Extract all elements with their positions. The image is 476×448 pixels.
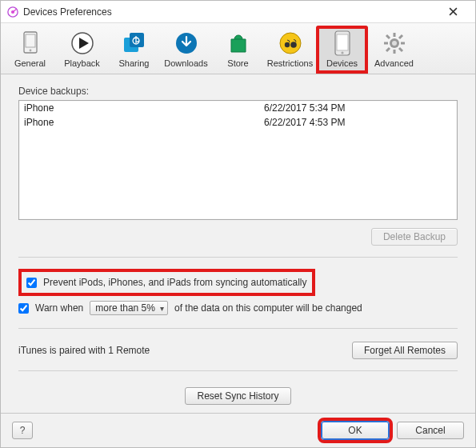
warn-threshold-value: more than 5%: [95, 302, 155, 314]
tab-restrictions[interactable]: Restrictions: [264, 26, 316, 74]
chevron-down-icon: ▾: [160, 304, 164, 313]
titlebar: Devices Preferences: [1, 1, 475, 23]
backups-label: Device backups:: [18, 86, 458, 97]
devices-icon: [326, 30, 358, 57]
svg-line-22: [399, 48, 402, 51]
preferences-window: Devices Preferences General Playback Sha…: [0, 0, 476, 448]
separator: [18, 370, 458, 371]
forget-remotes-button[interactable]: Forget All Remotes: [352, 342, 458, 359]
tab-devices[interactable]: Devices: [316, 26, 368, 74]
footer: ? OK Cancel: [1, 413, 475, 447]
downloads-icon: [170, 30, 202, 57]
tab-playback[interactable]: Playback: [56, 26, 108, 74]
warn-when-row: Warn when more than 5% ▾ of the data on …: [18, 299, 458, 317]
tab-label: Sharing: [119, 58, 150, 68]
backup-row[interactable]: iPhone 6/22/2017 5:34 PM: [19, 101, 457, 115]
backup-row-name: iPhone: [24, 117, 264, 128]
playback-icon: [66, 30, 98, 57]
warn-when-checkbox[interactable]: [18, 303, 29, 314]
svg-point-10: [280, 33, 301, 54]
warn-threshold-select[interactable]: more than 5% ▾: [90, 301, 168, 315]
separator: [18, 328, 458, 329]
advanced-icon: [378, 30, 410, 57]
svg-line-23: [399, 35, 402, 38]
warn-when-label: Warn when: [35, 302, 83, 314]
tab-downloads[interactable]: Downloads: [160, 26, 212, 74]
tab-label: Store: [227, 58, 248, 68]
tab-label: Restrictions: [267, 58, 313, 68]
tab-label: General: [14, 58, 46, 68]
tab-advanced[interactable]: Advanced: [368, 26, 420, 74]
itunes-icon: [7, 6, 18, 18]
backup-list[interactable]: iPhone 6/22/2017 5:34 PM iPhone 6/22/201…: [18, 100, 458, 220]
svg-point-11: [284, 42, 289, 47]
remotes-row: iTunes is paired with 1 Remote Forget Al…: [18, 342, 458, 359]
svg-line-24: [386, 48, 390, 51]
svg-rect-3: [26, 34, 35, 47]
ok-button[interactable]: OK: [322, 422, 389, 439]
cancel-button[interactable]: Cancel: [397, 422, 464, 439]
sharing-icon: [118, 30, 150, 57]
content-area: Device backups: iPhone 6/22/2017 5:34 PM…: [1, 74, 475, 413]
warn-when-tail: of the data on this computer will be cha…: [174, 302, 362, 314]
tabs-toolbar: General Playback Sharing Downloads Store: [1, 23, 475, 74]
tab-label: Devices: [326, 58, 358, 68]
tab-general[interactable]: General: [4, 26, 56, 74]
close-button[interactable]: [437, 6, 469, 18]
svg-rect-8: [130, 33, 144, 47]
svg-point-15: [341, 51, 343, 54]
tab-sharing[interactable]: Sharing: [108, 26, 160, 74]
tab-label: Playback: [64, 58, 100, 68]
tab-label: Downloads: [164, 58, 207, 68]
svg-line-21: [386, 35, 390, 38]
separator: [18, 257, 458, 258]
remotes-status: iTunes is paired with 1 Remote: [18, 345, 150, 356]
prevent-sync-checkbox[interactable]: [26, 278, 37, 288]
backup-row[interactable]: iPhone 6/22/2017 4:53 PM: [19, 115, 457, 130]
tab-label: Advanced: [374, 58, 414, 68]
help-button[interactable]: ?: [12, 422, 33, 439]
svg-point-12: [290, 42, 297, 48]
store-icon: [222, 30, 254, 57]
prevent-sync-label: Prevent iPods, iPhones, and iPads from s…: [43, 277, 307, 288]
window-title: Devices Preferences: [23, 6, 437, 18]
reset-sync-history-button[interactable]: Reset Sync History: [185, 387, 290, 405]
backup-row-date: 6/22/2017 4:53 PM: [264, 117, 452, 128]
backup-row-date: 6/22/2017 5:34 PM: [264, 102, 452, 114]
tab-store[interactable]: Store: [212, 26, 264, 74]
backup-row-name: iPhone: [24, 102, 264, 114]
svg-rect-14: [337, 34, 348, 50]
svg-point-25: [392, 41, 397, 46]
delete-backup-button[interactable]: Delete Backup: [371, 228, 458, 246]
prevent-sync-row: Prevent iPods, iPhones, and iPads from s…: [18, 269, 315, 296]
general-icon: [14, 30, 46, 57]
restrictions-icon: [274, 30, 306, 57]
svg-point-4: [29, 50, 31, 52]
